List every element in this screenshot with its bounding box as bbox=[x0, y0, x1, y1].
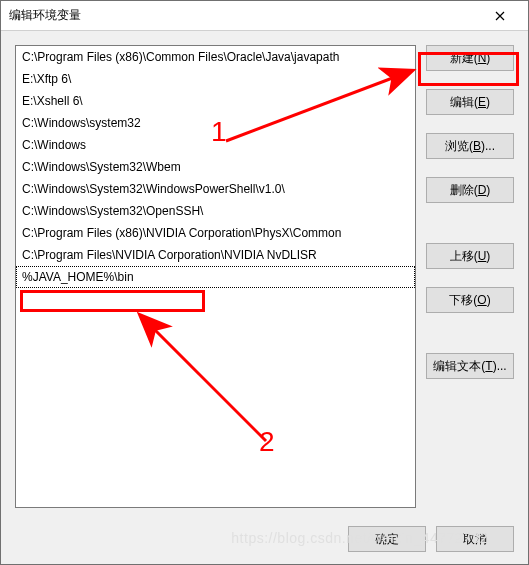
dialog-window: 编辑环境变量 C:\Program Files (x86)\Common Fil… bbox=[0, 0, 529, 565]
list-item[interactable]: C:\Windows\System32\WindowsPowerShell\v1… bbox=[16, 178, 415, 200]
cancel-button[interactable]: 取消 bbox=[436, 526, 514, 552]
new-button[interactable]: 新建(N) bbox=[426, 45, 514, 71]
list-item[interactable]: C:\Program Files\NVIDIA Corporation\NVID… bbox=[16, 244, 415, 266]
close-button[interactable] bbox=[480, 2, 520, 30]
list-item[interactable]: C:\Windows bbox=[16, 134, 415, 156]
edit-button[interactable]: 编辑(E) bbox=[426, 89, 514, 115]
list-item[interactable]: C:\Program Files (x86)\NVIDIA Corporatio… bbox=[16, 222, 415, 244]
browse-button[interactable]: 浏览(B)... bbox=[426, 133, 514, 159]
main-row: C:\Program Files (x86)\Common Files\Orac… bbox=[15, 45, 514, 508]
path-listbox[interactable]: C:\Program Files (x86)\Common Files\Orac… bbox=[15, 45, 416, 508]
edittext-button[interactable]: 编辑文本(T)... bbox=[426, 353, 514, 379]
list-item[interactable]: C:\Windows\system32 bbox=[16, 112, 415, 134]
list-item[interactable]: C:\Windows\System32\OpenSSH\ bbox=[16, 200, 415, 222]
titlebar: 编辑环境变量 bbox=[1, 1, 528, 31]
buttons-column: 新建(N) 编辑(E) 浏览(B)... 删除(D) 上移(U) 下移(O) 编… bbox=[426, 45, 514, 508]
dialog-content: C:\Program Files (x86)\Common Files\Orac… bbox=[1, 31, 528, 564]
list-item[interactable]: C:\Program Files (x86)\Common Files\Orac… bbox=[16, 46, 415, 68]
ok-button[interactable]: 确定 bbox=[348, 526, 426, 552]
close-icon bbox=[495, 11, 505, 21]
list-item[interactable]: C:\Windows\System32\Wbem bbox=[16, 156, 415, 178]
movedown-button[interactable]: 下移(O) bbox=[426, 287, 514, 313]
list-item[interactable]: E:\Xshell 6\ bbox=[16, 90, 415, 112]
window-title: 编辑环境变量 bbox=[9, 7, 480, 24]
moveup-button[interactable]: 上移(U) bbox=[426, 243, 514, 269]
footer-buttons: 确定 取消 bbox=[348, 526, 514, 552]
delete-button[interactable]: 删除(D) bbox=[426, 177, 514, 203]
list-item[interactable]: E:\Xftp 6\ bbox=[16, 68, 415, 90]
list-item-editing[interactable]: %JAVA_HOME%\bin bbox=[16, 266, 415, 288]
